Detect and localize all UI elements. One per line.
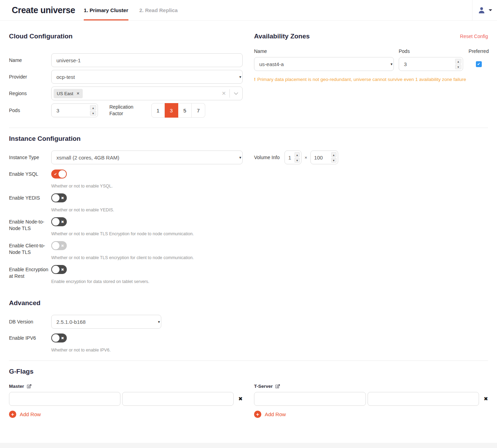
advanced-heading: Advanced bbox=[9, 299, 488, 307]
enable-ipv6-help: Whether or not to enable IPV6. bbox=[51, 348, 111, 353]
wizard-tabs: 1. Primary Cluster 2. Read Replica bbox=[84, 0, 189, 20]
region-chip-label: US East bbox=[57, 91, 73, 96]
enable-ipv6-toggle[interactable]: ✔ ✖ bbox=[51, 333, 67, 342]
toggle-knob bbox=[58, 170, 66, 178]
rf-option-7[interactable]: 7 bbox=[192, 103, 205, 118]
user-menu[interactable] bbox=[472, 0, 497, 20]
az-pods-value: 3 bbox=[404, 61, 407, 67]
az-pods-stepper[interactable]: 3 ▲ ▼ bbox=[399, 57, 463, 71]
enable-encryption-at-rest-help: Enable encryption for data stored on tab… bbox=[51, 279, 150, 284]
stepper-down-icon[interactable]: ▼ bbox=[331, 158, 336, 163]
volume-size-stepper[interactable]: 100 ▲ ▼ bbox=[310, 150, 338, 164]
db-version-label: DB Version bbox=[9, 319, 51, 325]
chevron-down-icon[interactable] bbox=[233, 91, 239, 96]
stepper-up-icon[interactable]: ▲ bbox=[331, 152, 336, 157]
az-warning: !Primary data placement is not geo-redun… bbox=[254, 77, 488, 82]
stepper-buttons: ▲ ▼ bbox=[331, 152, 336, 163]
cross-icon: ✖ bbox=[61, 333, 64, 342]
edit-icon[interactable] bbox=[275, 384, 280, 388]
universe-name-input[interactable] bbox=[51, 53, 243, 67]
stepper-up-icon[interactable]: ▲ bbox=[455, 59, 461, 64]
enable-node-to-node-tls-toggle[interactable]: ✔ ✖ bbox=[51, 217, 67, 226]
clear-icon[interactable]: ✕ bbox=[222, 90, 226, 97]
pods-label: Pods bbox=[9, 107, 51, 114]
reset-config-link[interactable]: Reset Config bbox=[460, 34, 488, 39]
stepper-buttons: ▲ ▼ bbox=[90, 105, 96, 116]
rf-option-5[interactable]: 5 bbox=[178, 103, 192, 118]
enable-client-to-node-tls-label: Enable Client-to-Node TLS bbox=[9, 241, 51, 256]
volume-info-label: Volume Info bbox=[254, 155, 284, 160]
enable-ysql-toggle[interactable]: ✔ ✖ bbox=[51, 170, 67, 179]
cross-icon: ✖ bbox=[61, 193, 64, 202]
regions-multiselect[interactable]: US East ✕ ✕ bbox=[51, 86, 243, 100]
user-icon bbox=[478, 6, 486, 14]
gflags-heading: G-Flags bbox=[9, 368, 488, 375]
cross-icon: ✖ bbox=[61, 217, 64, 226]
warning-text: Primary data placement is not geo-redund… bbox=[257, 77, 466, 82]
instance-type-value: xsmall (2 cores, 4GB RAM) bbox=[56, 155, 119, 161]
enable-ysql-label: Enable YSQL bbox=[9, 170, 51, 177]
rf-option-1[interactable]: 1 bbox=[151, 103, 165, 118]
cross-icon: ✖ bbox=[61, 241, 64, 250]
check-icon: ✔ bbox=[54, 170, 57, 179]
enable-yedis-toggle[interactable]: ✔ ✖ bbox=[51, 193, 67, 202]
volume-count-stepper[interactable]: 1 ▲ ▼ bbox=[284, 150, 301, 164]
stepper-down-icon[interactable]: ▼ bbox=[90, 111, 96, 116]
edit-icon[interactable] bbox=[27, 384, 31, 388]
region-chip: US East ✕ bbox=[54, 89, 83, 98]
enable-ipv6-label: Enable IPV6 bbox=[9, 333, 51, 341]
multiply-icon: × bbox=[305, 155, 307, 160]
tab-read-replica[interactable]: 2. Read Replica bbox=[139, 0, 178, 20]
tserver-gflag-value-input[interactable] bbox=[368, 392, 479, 406]
enable-client-to-node-tls-toggle[interactable]: ✔ ✖ bbox=[51, 241, 67, 250]
pods-stepper[interactable]: 3 ▲ ▼ bbox=[51, 103, 98, 117]
instance-type-select[interactable]: xsmall (2 cores, 4GB RAM) bbox=[51, 150, 243, 164]
remove-row-icon[interactable]: ✖ bbox=[238, 396, 243, 402]
tserver-gflags-label: T-Server bbox=[254, 384, 488, 389]
enable-encryption-at-rest-toggle[interactable]: ✔ ✖ bbox=[51, 265, 67, 274]
replication-factor-group: 1 3 5 7 bbox=[151, 103, 205, 118]
tserver-add-row-button[interactable]: + Add Row bbox=[254, 411, 488, 418]
regions-label: Regions bbox=[9, 90, 51, 97]
availability-zones-heading: Availability Zones bbox=[254, 33, 310, 40]
stepper-up-icon[interactable]: ▲ bbox=[295, 152, 300, 157]
master-gflag-value-input[interactable] bbox=[122, 392, 234, 406]
warning-icon: ! bbox=[254, 77, 256, 82]
provider-select[interactable]: ocp-test bbox=[51, 70, 243, 84]
master-add-row-button[interactable]: + Add Row bbox=[9, 411, 243, 418]
enable-encryption-at-rest-label: Enable Encryption at Rest bbox=[9, 265, 51, 280]
add-icon: + bbox=[9, 411, 16, 418]
chevron-down-icon bbox=[489, 9, 492, 11]
stepper-down-icon[interactable]: ▼ bbox=[455, 64, 461, 69]
section-divider bbox=[9, 360, 488, 361]
pods-value: 3 bbox=[56, 108, 59, 113]
remove-row-icon[interactable]: ✖ bbox=[484, 396, 488, 402]
stepper-up-icon[interactable]: ▲ bbox=[90, 105, 96, 110]
toggle-knob bbox=[52, 266, 60, 273]
az-preferred-col-label: Preferred bbox=[468, 48, 489, 54]
preferred-checkbox[interactable]: ✔ bbox=[476, 61, 482, 67]
az-name-select[interactable]: us-east4-a bbox=[254, 57, 394, 71]
master-gflags-label: Master bbox=[9, 384, 243, 389]
enable-client-to-node-tls-help: Whether or not to enable TLS encryption … bbox=[51, 255, 194, 260]
separator bbox=[229, 89, 230, 98]
volume-count-value: 1 bbox=[288, 155, 291, 161]
enable-yedis-label: Enable YEDIS bbox=[9, 193, 51, 201]
summary-footer: 6 Cores 12 GB Memory 30 GB Storage 3 Vo bbox=[0, 443, 497, 448]
toggle-knob bbox=[52, 334, 60, 342]
tab-primary-cluster[interactable]: 1. Primary Cluster bbox=[84, 0, 128, 20]
master-gflag-name-input[interactable] bbox=[9, 392, 120, 406]
az-name-value: us-east4-a bbox=[259, 61, 284, 67]
cloud-config-heading: Cloud Configuration bbox=[9, 33, 243, 40]
az-pods-col-label: Pods bbox=[399, 48, 463, 54]
add-icon: + bbox=[254, 411, 261, 418]
region-chip-remove-icon[interactable]: ✕ bbox=[76, 91, 80, 96]
rf-option-3[interactable]: 3 bbox=[165, 103, 178, 118]
toggle-knob bbox=[52, 194, 60, 202]
instance-type-label: Instance Type bbox=[9, 154, 51, 161]
tserver-gflag-name-input[interactable] bbox=[254, 392, 366, 406]
stepper-down-icon[interactable]: ▼ bbox=[295, 158, 300, 163]
db-version-value: 2.5.1.0-b168 bbox=[56, 319, 85, 325]
db-version-select[interactable]: 2.5.1.0-b168 bbox=[51, 315, 161, 329]
section-divider bbox=[9, 128, 488, 128]
